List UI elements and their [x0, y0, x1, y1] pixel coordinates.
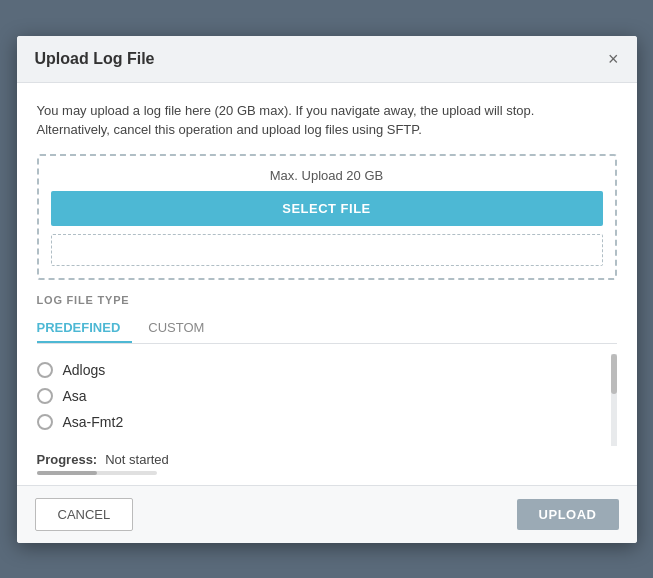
close-button[interactable]: × [608, 50, 619, 68]
radio-asa[interactable]: Asa [37, 388, 617, 404]
modal-footer: CANCEL UPLOAD [17, 485, 637, 543]
select-file-button[interactable]: SELECT FILE [51, 191, 603, 226]
radio-circle-asa [37, 388, 53, 404]
progress-bar-fill [37, 471, 97, 475]
modal-body: You may upload a log file here (20 GB ma… [17, 83, 637, 485]
upload-log-file-modal: Upload Log File × You may upload a log f… [17, 36, 637, 543]
modal-header: Upload Log File × [17, 36, 637, 83]
description-line1: You may upload a log file here (20 GB ma… [37, 103, 535, 118]
progress-bar-track [37, 471, 157, 475]
cancel-button[interactable]: CANCEL [35, 498, 134, 531]
radio-circle-asa-fmt2 [37, 414, 53, 430]
radio-adlogs[interactable]: Adlogs [37, 362, 617, 378]
tab-predefined[interactable]: PREDEFINED [37, 312, 133, 343]
radio-list: Adlogs Asa Asa-Fmt2 [37, 354, 617, 446]
upload-area: Max. Upload 20 GB SELECT FILE [37, 154, 617, 280]
progress-row: Progress: Not started [37, 452, 617, 467]
scrollbar-thumb[interactable] [611, 354, 617, 394]
upload-button[interactable]: UPLOAD [517, 499, 619, 530]
drop-zone[interactable] [51, 234, 603, 266]
progress-label: Progress: [37, 452, 98, 467]
radio-circle-adlogs [37, 362, 53, 378]
description-text: You may upload a log file here (20 GB ma… [37, 101, 617, 140]
max-upload-label: Max. Upload 20 GB [51, 168, 603, 183]
progress-status: Not started [105, 452, 169, 467]
scrollbar-track [611, 354, 617, 446]
description-line2: Alternatively, cancel this operation and… [37, 122, 422, 137]
radio-options-container: Adlogs Asa Asa-Fmt2 [37, 354, 617, 446]
log-file-type-label: LOG FILE TYPE [37, 294, 617, 306]
modal-title: Upload Log File [35, 50, 155, 68]
log-file-type-tabs: PREDEFINED CUSTOM [37, 312, 617, 344]
radio-asa-fmt2[interactable]: Asa-Fmt2 [37, 414, 617, 430]
tab-custom[interactable]: CUSTOM [148, 312, 216, 343]
